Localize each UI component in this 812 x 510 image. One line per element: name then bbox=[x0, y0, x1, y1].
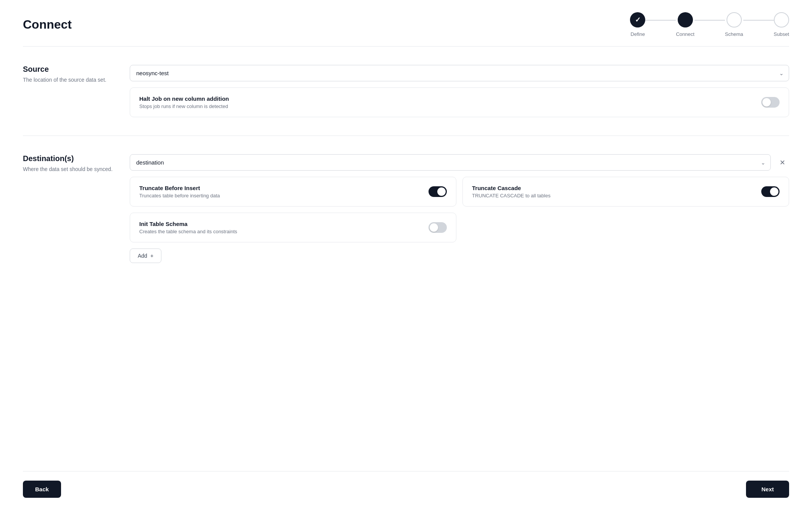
step-schema: Schema bbox=[725, 12, 743, 37]
step-subset: Subset bbox=[774, 12, 789, 37]
destination-select[interactable]: destination bbox=[130, 154, 771, 171]
truncate-before-insert-desc: Truncates table before inserting data bbox=[139, 193, 220, 199]
destinations-section: Destination(s) Where the data set should… bbox=[23, 136, 789, 281]
header: Connect ✓ Define Connect Schema bbox=[23, 0, 789, 46]
remove-destination-button[interactable]: ✕ bbox=[775, 156, 789, 169]
init-table-schema-text: Init Table Schema Creates the table sche… bbox=[139, 221, 237, 234]
step-line-2 bbox=[694, 20, 725, 21]
destination-row: destination ⌄ ✕ bbox=[130, 154, 789, 171]
truncate-cascade-desc: TRUNCATE CASCADE to all tables bbox=[472, 193, 551, 199]
destination-select-wrapper: destination ⌄ bbox=[130, 154, 771, 171]
source-description: The location of the source data set. bbox=[23, 76, 114, 84]
option-cards-row-1: Truncate Before Insert Truncates table b… bbox=[130, 177, 789, 207]
next-button[interactable]: Next bbox=[746, 481, 789, 498]
step-line-3 bbox=[743, 20, 774, 21]
truncate-cascade-text: Truncate Cascade TRUNCATE CASCADE to all… bbox=[472, 185, 551, 199]
truncate-cascade-header: Truncate Cascade TRUNCATE CASCADE to all… bbox=[472, 185, 780, 199]
check-icon: ✓ bbox=[635, 16, 641, 24]
init-table-schema-toggle[interactable] bbox=[429, 222, 447, 233]
halt-job-card: Halt Job on new column addition Stops jo… bbox=[130, 87, 789, 117]
source-label: Source The location of the source data s… bbox=[23, 65, 114, 117]
main-content: Source The location of the source data s… bbox=[23, 47, 789, 471]
source-section: Source The location of the source data s… bbox=[23, 65, 789, 136]
step-connect-label: Connect bbox=[676, 31, 694, 37]
truncate-before-insert-card: Truncate Before Insert Truncates table b… bbox=[130, 177, 456, 207]
truncate-before-insert-text: Truncate Before Insert Truncates table b… bbox=[139, 185, 220, 199]
step-connect: Connect bbox=[676, 12, 694, 37]
init-table-schema-title: Init Table Schema bbox=[139, 221, 237, 227]
halt-job-text: Halt Job on new column addition Stops jo… bbox=[139, 95, 229, 109]
truncate-cascade-slider bbox=[761, 186, 780, 197]
init-table-schema-slider bbox=[429, 222, 447, 233]
add-destination-label: Add bbox=[138, 253, 147, 259]
back-button[interactable]: Back bbox=[23, 481, 61, 498]
page-title: Connect bbox=[23, 18, 72, 32]
init-table-schema-card: Init Table Schema Creates the table sche… bbox=[130, 213, 456, 242]
halt-job-title: Halt Job on new column addition bbox=[139, 95, 229, 102]
step-define-label: Define bbox=[631, 31, 645, 37]
source-select[interactable]: neosync-test bbox=[130, 65, 789, 81]
truncate-cascade-card: Truncate Cascade TRUNCATE CASCADE to all… bbox=[462, 177, 789, 207]
halt-job-toggle[interactable] bbox=[761, 97, 780, 108]
truncate-before-insert-header: Truncate Before Insert Truncates table b… bbox=[139, 185, 447, 199]
init-table-schema-desc: Creates the table schema and its constra… bbox=[139, 229, 237, 234]
plus-icon: + bbox=[150, 253, 153, 259]
halt-job-slider bbox=[761, 97, 780, 108]
footer: Back Next bbox=[23, 471, 789, 510]
step-define: ✓ Define bbox=[630, 12, 645, 37]
stepper: ✓ Define Connect Schema Subset bbox=[630, 12, 789, 37]
step-subset-label: Subset bbox=[774, 31, 789, 37]
destinations-content: destination ⌄ ✕ Truncate Before Insert T… bbox=[130, 154, 789, 263]
source-heading: Source bbox=[23, 65, 114, 74]
halt-job-desc: Stops job runs if new column is detected bbox=[139, 103, 229, 109]
truncate-before-insert-title: Truncate Before Insert bbox=[139, 185, 220, 191]
step-schema-label: Schema bbox=[725, 31, 743, 37]
truncate-before-insert-slider bbox=[429, 186, 447, 197]
truncate-cascade-toggle[interactable] bbox=[761, 186, 780, 197]
truncate-cascade-title: Truncate Cascade bbox=[472, 185, 551, 191]
truncate-before-insert-toggle[interactable] bbox=[429, 186, 447, 197]
source-content: neosync-test ⌄ Halt Job on new column ad… bbox=[130, 65, 789, 117]
step-line-1 bbox=[645, 20, 676, 21]
step-define-circle: ✓ bbox=[630, 12, 645, 27]
step-schema-circle bbox=[727, 12, 742, 27]
destinations-description: Where the data set should be synced. bbox=[23, 165, 114, 173]
destinations-heading: Destination(s) bbox=[23, 154, 114, 163]
destinations-label: Destination(s) Where the data set should… bbox=[23, 154, 114, 263]
halt-job-header: Halt Job on new column addition Stops jo… bbox=[139, 95, 780, 109]
step-connect-circle bbox=[678, 12, 693, 27]
step-subset-circle bbox=[774, 12, 789, 27]
add-destination-button[interactable]: Add + bbox=[130, 249, 161, 263]
init-table-schema-header: Init Table Schema Creates the table sche… bbox=[139, 221, 447, 234]
source-select-wrapper: neosync-test ⌄ bbox=[130, 65, 789, 81]
